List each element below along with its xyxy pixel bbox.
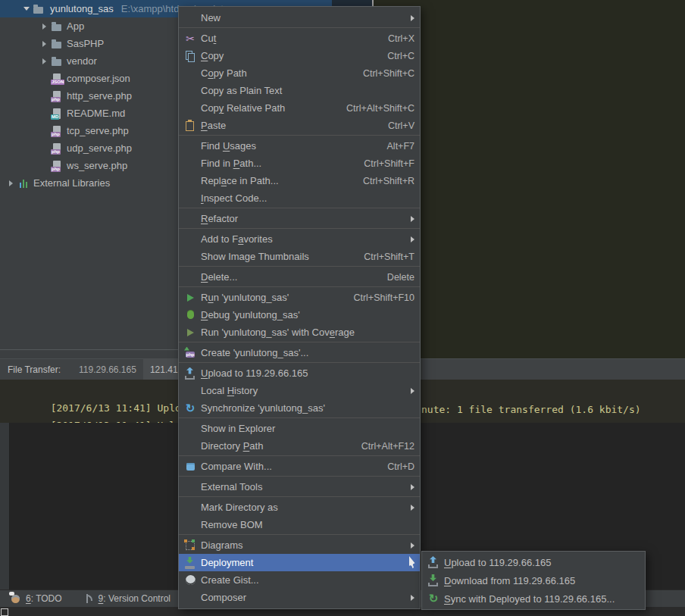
- menu-item[interactable]: Create Gist...: [179, 571, 420, 589]
- json-file-icon: [51, 73, 63, 85]
- submenu-item[interactable]: Sync with Deployed to 119.29.66.165...: [422, 589, 645, 608]
- menu-item-shortcut: Ctrl+D: [387, 461, 414, 472]
- menu-item-icon: [183, 518, 197, 532]
- status-bar-item[interactable]: 9: Version Control: [83, 593, 170, 604]
- toolwindow-corner-icon[interactable]: [1, 608, 8, 616]
- submenu-item[interactable]: Upload to 119.29.66.165: [422, 553, 645, 571]
- menu-item[interactable]: Find Usages Alt+F7: [179, 137, 420, 155]
- menu-item[interactable]: Mark Directory as: [179, 499, 420, 516]
- menu-item-icon: [183, 157, 197, 170]
- submenu-item-label: Download from 119.29.66.165: [444, 575, 575, 586]
- php-file-icon: [51, 160, 63, 172]
- menu-item-icon: [183, 11, 197, 25]
- submenu-arrow-icon: [411, 15, 414, 21]
- menu-item[interactable]: Synchronize 'yunlutong_sas': [179, 399, 420, 417]
- menu-item[interactable]: Add to Favorites: [179, 230, 420, 248]
- collapse-arrow-icon[interactable]: [21, 7, 31, 11]
- menu-item-shortcut: Alt+F7: [387, 141, 414, 152]
- menu-item[interactable]: Copy Relative Path Ctrl+Alt+Shift+C: [179, 99, 420, 117]
- expand-arrow-icon[interactable]: [6, 180, 16, 186]
- tree-item-label: ws_serve.php: [67, 160, 127, 171]
- diagrams-icon: [183, 539, 197, 552]
- php-file-icon: [51, 142, 63, 155]
- toolwindow-strip: [0, 423, 10, 589]
- menu-item[interactable]: Run 'yunlutong_sas' with Coverage: [179, 324, 420, 341]
- menu-item-icon: [183, 501, 197, 514]
- menu-item-label: Local History: [201, 385, 258, 396]
- menu-item-shortcut: Ctrl+V: [388, 120, 414, 131]
- menu-item-label: New: [201, 12, 221, 23]
- menu-item-shortcut: Ctrl+Shift+R: [363, 176, 414, 186]
- upload-icon: [183, 367, 197, 380]
- menu-separator: [179, 475, 420, 478]
- menu-item-label: Upload to 119.29.66.165: [201, 367, 308, 379]
- menu-item[interactable]: External Tools: [179, 478, 420, 496]
- menu-item-icon: [183, 591, 197, 605]
- menu-item[interactable]: Show Image Thumbnails Ctrl+Shift+T: [179, 248, 420, 265]
- menu-item[interactable]: Directory Path Ctrl+Alt+F12: [179, 437, 420, 455]
- menu-item[interactable]: Upload to 119.29.66.165: [179, 364, 420, 382]
- menu-item[interactable]: Create 'yunlutong_sas'...: [179, 344, 420, 361]
- folder-icon: [33, 3, 45, 15]
- menu-item[interactable]: Deployment: [179, 554, 420, 571]
- menu-item-shortcut: Ctrl+Shift+T: [364, 252, 414, 262]
- menu-separator: [179, 496, 420, 499]
- menu-item[interactable]: Delete... Delete: [179, 268, 420, 286]
- menu-item-label: Add to Favorites: [201, 233, 273, 245]
- submenu-arrow-icon: [411, 505, 414, 511]
- menu-item[interactable]: Run 'yunlutong_sas' Ctrl+Shift+F10: [179, 289, 420, 306]
- todo-icon: [11, 593, 21, 604]
- php-file-icon: [51, 125, 63, 137]
- menu-item[interactable]: Show in Explorer: [179, 420, 420, 437]
- menu-item-shortcut: Ctrl+X: [388, 33, 414, 44]
- menu-item[interactable]: Refactor: [179, 210, 420, 227]
- menu-item[interactable]: Cut Ctrl+X: [179, 30, 420, 47]
- menu-item[interactable]: Find in Path... Ctrl+Shift+F: [179, 155, 420, 172]
- menu-item[interactable]: Copy Path Ctrl+Shift+C: [179, 64, 420, 82]
- menu-item[interactable]: Remove BOM: [179, 516, 420, 533]
- file-transfer-title: File Transfer:: [8, 364, 61, 375]
- menu-separator: [179, 27, 420, 30]
- status-item-label: 6: TODO: [26, 593, 62, 604]
- menu-item-icon: [183, 384, 197, 398]
- menu-item-label: Create 'yunlutong_sas'...: [201, 347, 308, 358]
- menu-item[interactable]: Inspect Code...: [179, 189, 420, 207]
- project-context-menu: New Cut Ctrl+X Copy Ctrl+C Copy Path: [178, 6, 421, 609]
- menu-item[interactable]: Local History: [179, 382, 420, 399]
- expand-arrow-icon[interactable]: [39, 41, 49, 47]
- expand-arrow-icon[interactable]: [39, 23, 49, 30]
- menu-item[interactable]: Composer: [179, 589, 420, 606]
- menu-item[interactable]: Compare With... Ctrl+D: [179, 458, 420, 475]
- menu-item[interactable]: Copy Ctrl+C: [179, 47, 420, 64]
- menu-item[interactable]: Copy as Plain Text: [179, 82, 420, 99]
- compare-icon: [183, 460, 197, 474]
- tree-item-label: tcp_serve.php: [67, 125, 129, 136]
- menu-item[interactable]: Replace in Path... Ctrl+Shift+R: [179, 172, 420, 189]
- folder-icon: [51, 38, 63, 50]
- menu-item-label: Composer: [201, 592, 246, 603]
- menu-item-label: Deployment: [201, 557, 253, 568]
- coverage-icon: [183, 326, 197, 339]
- submenu-arrow-icon: [411, 484, 414, 490]
- menu-separator: [179, 207, 420, 210]
- menu-item-icon: [183, 192, 197, 205]
- menu-item-label: Run 'yunlutong_sas' with Coverage: [201, 327, 355, 338]
- menu-separator: [179, 286, 420, 289]
- menu-item[interactable]: New: [179, 9, 420, 27]
- menu-item-shortcut: Ctrl+Alt+F12: [361, 441, 414, 452]
- file-transfer-tab[interactable]: 119.29.66.165: [72, 359, 143, 380]
- folder-icon: [51, 20, 63, 33]
- menu-item-label: Cut: [201, 33, 216, 44]
- menu-item[interactable]: Diagrams: [179, 536, 420, 554]
- debug-icon: [183, 308, 197, 322]
- status-bar-item[interactable]: 6: TODO: [11, 593, 62, 604]
- expand-arrow-icon[interactable]: [39, 58, 49, 64]
- copy-icon: [183, 49, 197, 63]
- menu-item-label: Show in Explorer: [201, 423, 275, 434]
- menu-item[interactable]: Paste Ctrl+V: [179, 117, 420, 134]
- submenu-item[interactable]: Download from 119.29.66.165: [422, 571, 645, 589]
- tree-item-label: App: [67, 20, 84, 32]
- menu-item-shortcut: Ctrl+C: [387, 51, 414, 61]
- menu-item[interactable]: Debug 'yunlutong_sas': [179, 306, 420, 324]
- file-transfer-tab-label: 119.29.66.165: [79, 364, 136, 375]
